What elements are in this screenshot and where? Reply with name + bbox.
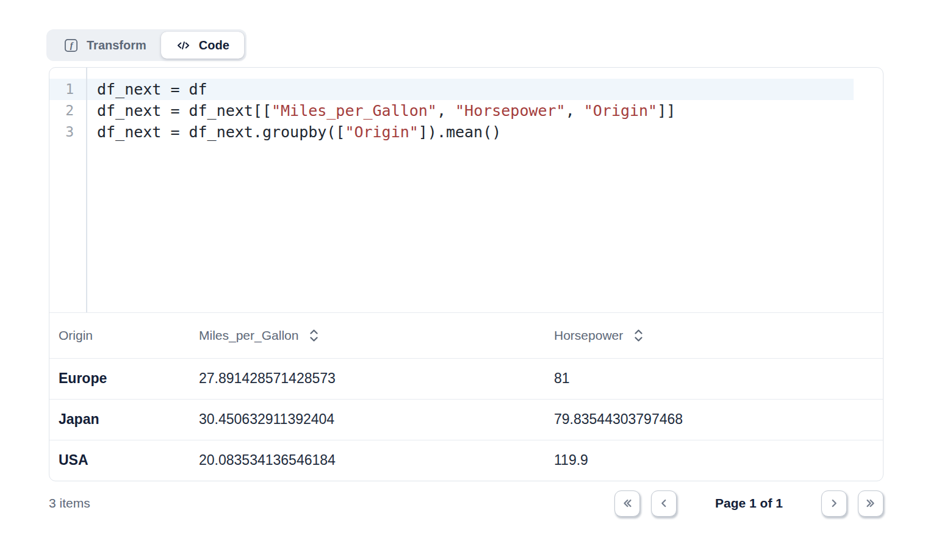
chevron-left-icon bbox=[657, 497, 671, 510]
origin-cell: USA bbox=[49, 440, 190, 481]
value-cell: 30.450632911392404 bbox=[190, 399, 545, 440]
column-header-origin: Origin bbox=[49, 313, 190, 358]
table-row: Europe27.89142857142857381 bbox=[49, 358, 883, 399]
tab-transform[interactable]: f Transform bbox=[49, 32, 161, 59]
next-page-button[interactable] bbox=[821, 490, 847, 517]
line-number: 2 bbox=[49, 100, 86, 121]
sort-icon bbox=[309, 328, 319, 343]
value-cell: 119.9 bbox=[545, 440, 883, 481]
value-cell: 27.891428571428573 bbox=[190, 358, 545, 399]
column-header-horsepower[interactable]: Horsepower bbox=[545, 313, 883, 358]
items-count: 3 items bbox=[49, 496, 90, 511]
line-number: 1 bbox=[49, 79, 86, 100]
function-icon: f bbox=[63, 38, 79, 53]
svg-text:f: f bbox=[70, 40, 74, 50]
table-header-row: OriginMiles_per_Gallon Horsepower bbox=[49, 313, 883, 358]
table-body: Europe27.89142857142857381Japan30.450632… bbox=[49, 358, 883, 481]
value-cell: 81 bbox=[545, 358, 883, 399]
code-icon bbox=[176, 38, 191, 53]
code-line[interactable]: 2df_next = df_next[["Miles_per_Gallon", … bbox=[49, 100, 883, 121]
origin-cell: Europe bbox=[49, 358, 190, 399]
sort-icon bbox=[634, 328, 643, 343]
double-chevron-left-icon bbox=[621, 497, 634, 510]
code-line[interactable]: 1df_next = df bbox=[49, 79, 854, 100]
value-cell: 79.83544303797468 bbox=[545, 399, 883, 440]
code-editor-lines: 1df_next = df2df_next = df_next[["Miles_… bbox=[49, 79, 883, 143]
view-mode-tabbar: f Transform Code bbox=[46, 29, 247, 61]
pagination: Page 1 of 1 bbox=[614, 490, 884, 517]
gutter-divider bbox=[86, 68, 87, 312]
tab-transform-label: Transform bbox=[87, 38, 146, 52]
double-chevron-right-icon bbox=[864, 497, 877, 510]
tab-code-label: Code bbox=[199, 38, 229, 52]
origin-cell: Japan bbox=[49, 399, 190, 440]
column-header-miles_per_gallon[interactable]: Miles_per_Gallon bbox=[190, 313, 545, 358]
code-text: df_next = df_next[["Miles_per_Gallon", "… bbox=[86, 100, 675, 121]
chevron-right-icon bbox=[827, 497, 841, 510]
line-number: 3 bbox=[49, 121, 86, 143]
first-page-button[interactable] bbox=[614, 490, 640, 517]
table-footer: 3 items Page 1 of 1 bbox=[49, 490, 884, 517]
code-line[interactable]: 3df_next = df_next.groupby(["Origin"]).m… bbox=[49, 121, 883, 143]
column-label: Miles_per_Gallon bbox=[199, 328, 298, 343]
last-page-button[interactable] bbox=[858, 490, 884, 517]
previous-page-button[interactable] bbox=[651, 490, 677, 517]
column-label: Horsepower bbox=[554, 328, 623, 343]
code-text: df_next = df bbox=[86, 79, 207, 100]
value-cell: 20.083534136546184 bbox=[190, 440, 545, 481]
table-row: USA20.083534136546184119.9 bbox=[49, 440, 883, 481]
transform-panel: 1df_next = df2df_next = df_next[["Miles_… bbox=[49, 67, 884, 481]
page-indicator: Page 1 of 1 bbox=[677, 496, 821, 511]
code-editor[interactable]: 1df_next = df2df_next = df_next[["Miles_… bbox=[49, 68, 883, 313]
result-table: OriginMiles_per_Gallon Horsepower Europe… bbox=[49, 313, 883, 481]
tab-code[interactable]: Code bbox=[161, 32, 244, 59]
table-row: Japan30.45063291139240479.83544303797468 bbox=[49, 399, 883, 440]
column-label: Origin bbox=[59, 328, 93, 343]
code-text: df_next = df_next.groupby(["Origin"]).me… bbox=[86, 121, 501, 143]
